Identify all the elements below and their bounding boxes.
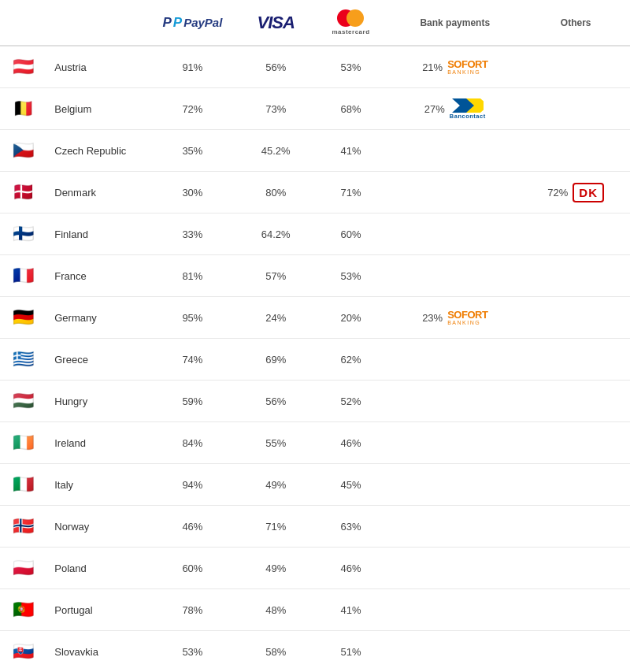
others-cell [521, 548, 630, 589]
paypal-stat: 72% [146, 88, 238, 130]
flag-cell: 🇦🇹 [0, 46, 46, 88]
visa-stat: 58% [239, 631, 313, 673]
flag-cell: 🇭🇺 [0, 381, 46, 422]
table-row: 🇮🇹 Italy94%49%45% [0, 464, 630, 506]
paypal-stat: 81% [146, 255, 238, 297]
others-cell [521, 339, 630, 381]
others-cell [521, 130, 630, 172]
paypal-stat: 94% [146, 464, 238, 506]
visa-stat: 57% [239, 255, 313, 297]
flag-cell: 🇩🇪 [0, 297, 46, 339]
table-row: 🇮🇪 Ireland84%55%46% [0, 422, 630, 464]
country-name-cell: France [46, 255, 146, 297]
mc-stat: 60% [313, 213, 388, 255]
paypal-p-icon: P [162, 15, 171, 31]
others-cell [521, 631, 630, 673]
country-name-cell: Portugal [46, 589, 146, 631]
country-name-cell: Czech Republic [46, 130, 146, 172]
bank-payments-cell: 21% SOFORT BANKING [388, 46, 521, 88]
mc-stat: 63% [313, 506, 388, 548]
mc-text: mastercard [332, 28, 369, 35]
flag-cell: 🇳🇴 [0, 506, 46, 548]
main-table-wrapper: PP PayPal VISA mastercard [0, 0, 630, 672]
others-pct: 72% [547, 187, 568, 199]
mc-stat: 62% [313, 339, 388, 381]
paypal-stat: 60% [146, 548, 238, 589]
visa-stat: 69% [239, 339, 313, 381]
others-cell [521, 46, 630, 88]
mc-circles [337, 9, 364, 27]
flag-cell: 🇫🇷 [0, 255, 46, 297]
country-name-cell: Finland [46, 213, 146, 255]
country-name-cell: Denmark [46, 172, 146, 213]
flag-cell: 🇫🇮 [0, 213, 46, 255]
table-row: 🇫🇮 Finland33%64.2%60% [0, 213, 630, 255]
flag-emoji: 🇮🇪 [9, 429, 38, 457]
paypal-stat: 33% [146, 213, 238, 255]
others-cell-content: 72% DK [529, 183, 622, 202]
mc-stat: 45% [313, 464, 388, 506]
mc-stat: 68% [313, 88, 388, 130]
bank-payments-cell [388, 548, 521, 589]
visa-stat: 24% [239, 297, 313, 339]
mc-stat: 51% [313, 631, 388, 673]
paypal-stat: 35% [146, 130, 238, 172]
paypal-logo: PP PayPal [154, 15, 230, 31]
country-name-cell: Germany [46, 297, 146, 339]
flag-emoji: 🇨🇿 [9, 136, 38, 165]
mastercard-header: mastercard [313, 0, 388, 46]
visa-stat: 49% [239, 464, 313, 506]
mc-stat: 41% [313, 130, 388, 172]
visa-stat: 56% [239, 46, 313, 88]
flag-emoji: 🇵🇱 [9, 554, 38, 582]
bank-payments-cell [388, 213, 521, 255]
paypal-stat: 59% [146, 381, 238, 422]
others-cell: 72% DK [521, 172, 630, 213]
others-cell [521, 297, 630, 339]
bank-payments-cell [388, 464, 521, 506]
others-cell [521, 88, 630, 130]
table-body: 🇦🇹 Austria91%56%53%21% SOFORT BANKING 🇧🇪… [0, 46, 630, 672]
table-row: 🇧🇪 Belgium72%73%68%27% Bancontact [0, 88, 630, 130]
flag-cell: 🇨🇿 [0, 130, 46, 172]
visa-stat: 48% [239, 589, 313, 631]
bank-payments-cell [388, 422, 521, 464]
others-cell [521, 422, 630, 464]
flag-emoji: 🇧🇪 [9, 95, 38, 123]
flag-emoji: 🇫🇷 [9, 262, 38, 290]
bank-cell-content: 21% SOFORT BANKING [396, 59, 513, 75]
bank-cell-content: 23% SOFORT BANKING [396, 310, 513, 325]
flag-cell: 🇧🇪 [0, 88, 46, 130]
paypal-stat: 30% [146, 172, 238, 213]
table-row: 🇬🇷 Greece74%69%62% [0, 339, 630, 381]
flag-emoji: 🇸🇰 [9, 637, 38, 666]
flag-emoji: 🇩🇪 [9, 303, 38, 332]
sofort-logo: SOFORT BANKING [447, 59, 487, 75]
mc-stat: 52% [313, 381, 388, 422]
mc-stat: 46% [313, 548, 388, 589]
others-cell [521, 255, 630, 297]
others-cell [521, 589, 630, 631]
others-cell [521, 506, 630, 548]
bank-pct: 21% [422, 61, 443, 73]
bank-payments-cell: 27% Bancontact [388, 88, 521, 130]
flag-cell: 🇩🇰 [0, 172, 46, 213]
paypal-stat: 46% [146, 506, 238, 548]
table-header-row: PP PayPal VISA mastercard [0, 0, 630, 46]
bank-payments-cell [388, 381, 521, 422]
others-cell [521, 213, 630, 255]
country-header [46, 0, 146, 46]
bank-payments-cell [388, 589, 521, 631]
visa-logo: VISA [258, 13, 295, 32]
flag-cell: 🇵🇹 [0, 589, 46, 631]
flag-emoji: 🇦🇹 [9, 53, 38, 81]
bank-payments-cell [388, 172, 521, 213]
bank-payments-cell [388, 339, 521, 381]
flag-cell: 🇮🇪 [0, 422, 46, 464]
flag-cell: 🇮🇹 [0, 464, 46, 506]
visa-stat: 80% [239, 172, 313, 213]
bank-payments-header: Bank payments [388, 0, 521, 46]
paypal-stat: 78% [146, 589, 238, 631]
table-row: 🇳🇴 Norway46%71%63% [0, 506, 630, 548]
country-name-cell: Belgium [46, 88, 146, 130]
